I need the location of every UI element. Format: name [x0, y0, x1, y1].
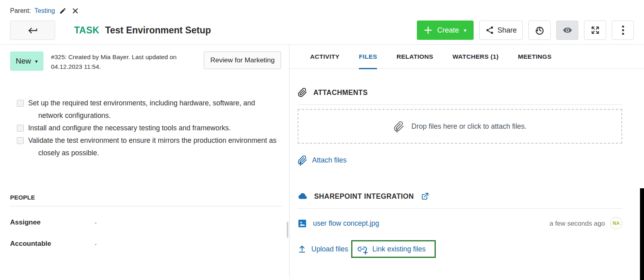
attachments-title: ATTACHMENTS	[313, 89, 368, 97]
more-menu-button[interactable]	[612, 21, 634, 40]
paperclip-icon	[298, 88, 307, 97]
eye-icon	[562, 25, 573, 35]
checklist-item: Validate the test environment to ensure …	[17, 134, 279, 159]
share-button-label: Share	[497, 26, 517, 35]
link-existing-files-highlight: Link existing files	[351, 240, 435, 258]
paperclip-plus-icon	[393, 121, 404, 132]
file-link[interactable]: user flow concept.jpg	[298, 219, 379, 228]
people-section-title: PEOPLE	[10, 194, 283, 201]
sharepoint-file-row: user flow concept.jpg a few seconds ago …	[298, 217, 622, 229]
chevron-down-icon: ▾	[35, 59, 38, 64]
fullscreen-button[interactable]	[584, 21, 606, 40]
status-info-text: #325: Created by Mia Bayer. Last updated…	[51, 51, 190, 72]
checklist-item: Set up the required test environments, i…	[17, 97, 279, 122]
upload-files-link[interactable]: Upload files	[298, 244, 348, 254]
sharepoint-header: SHAREPOINT INTEGRATION	[298, 191, 622, 202]
workflow-transition-button[interactable]: Review for Marketing	[204, 51, 281, 69]
people-section: PEOPLE Assignee - Accountable -	[10, 194, 283, 248]
link-plus-icon	[357, 245, 367, 253]
file-timestamp: a few seconds ago	[549, 220, 605, 227]
share-button[interactable]: Share	[479, 21, 523, 40]
description-checklist: Set up the required test environments, i…	[17, 97, 279, 159]
header-actions: Create ▾ Share	[417, 21, 634, 40]
accountable-row: Accountable -	[10, 240, 283, 248]
create-button[interactable]: Create ▾	[417, 21, 474, 40]
cloud-icon	[298, 191, 308, 202]
plus-icon	[424, 26, 432, 34]
scrollbar-thumb[interactable]	[287, 222, 288, 238]
assignee-value[interactable]: -	[95, 219, 97, 226]
work-package-header: TASK Test Environment Setup Create ▾ Sha…	[0, 15, 644, 40]
tab-files[interactable]: FILES	[359, 53, 377, 68]
work-package-view: Parent: Testing TASK Test Environment Se…	[0, 0, 644, 280]
parent-label: Parent:	[10, 7, 31, 14]
parent-bar: Parent: Testing	[0, 0, 644, 15]
checkbox-unchecked[interactable]	[17, 125, 24, 132]
attach-files-link[interactable]: Attach files	[298, 155, 347, 165]
files-tab-body: ATTACHMENTS Drop files here or click to …	[290, 88, 644, 258]
work-package-type[interactable]: TASK	[74, 25, 99, 36]
close-icon[interactable]	[71, 6, 80, 15]
tab-watchers[interactable]: WATCHERS (1)	[453, 53, 499, 68]
upload-icon	[298, 244, 306, 254]
file-dropzone[interactable]: Drop files here or click to attach files…	[298, 109, 622, 144]
files-panel: ACTIVITY FILES RELATIONS WATCHERS (1) ME…	[290, 45, 644, 277]
attach-files-label: Attach files	[312, 156, 347, 165]
checkbox-unchecked[interactable]	[17, 137, 24, 144]
checklist-item-label: Install and configure the necessary test…	[28, 122, 231, 134]
status-dropdown[interactable]: New ▾	[10, 51, 43, 71]
dropzone-text: Drop files here or click to attach files…	[412, 122, 527, 131]
assignee-label: Assignee	[10, 218, 95, 226]
edit-pencil-icon[interactable]	[58, 6, 67, 15]
status-row: New ▾ #325: Created by Mia Bayer. Last u…	[10, 51, 281, 72]
parent-link[interactable]: Testing	[35, 7, 55, 14]
file-name: user flow concept.jpg	[313, 219, 379, 228]
content-split: New ▾ #325: Created by Mia Bayer. Last u…	[0, 45, 644, 277]
status-value: New	[16, 57, 31, 66]
title-wrap: TASK Test Environment Setup	[74, 25, 211, 36]
checklist-item: Install and configure the necessary test…	[17, 122, 279, 134]
assignee-row: Assignee -	[10, 218, 283, 226]
checklist-item-label: Set up the required test environments, i…	[28, 97, 279, 122]
file-meta: a few seconds ago NA	[549, 217, 622, 229]
history-clock-icon	[534, 25, 545, 35]
details-panel: New ▾ #325: Created by Mia Bayer. Last u…	[0, 45, 290, 277]
avatar[interactable]: NA	[610, 217, 622, 229]
tab-meetings[interactable]: MEETINGS	[518, 53, 551, 68]
tab-activity[interactable]: ACTIVITY	[310, 53, 340, 68]
share-nodes-icon	[485, 26, 494, 35]
external-link-icon[interactable]	[421, 192, 429, 200]
sharepoint-divider	[298, 208, 622, 209]
kebab-menu-icon	[621, 25, 625, 35]
link-existing-files-label: Link existing files	[372, 245, 425, 253]
tab-relations[interactable]: RELATIONS	[396, 53, 433, 68]
paperclip-plus-icon	[298, 155, 307, 165]
create-button-label: Create	[437, 26, 459, 35]
accountable-label: Accountable	[10, 240, 95, 248]
accountable-value[interactable]: -	[95, 241, 97, 247]
link-existing-files-link[interactable]: Link existing files	[357, 245, 425, 253]
screen-artifact-bar	[640, 188, 644, 280]
back-arrow-icon	[27, 26, 38, 34]
attachments-divider	[298, 104, 622, 105]
checkbox-unchecked[interactable]	[17, 100, 24, 107]
attachments-header: ATTACHMENTS	[298, 88, 622, 97]
checklist-item-label: Validate the test environment to ensure …	[28, 134, 279, 159]
chevron-down-icon: ▾	[464, 28, 466, 33]
sharepoint-title: SHAREPOINT INTEGRATION	[314, 192, 414, 201]
detail-tabs: ACTIVITY FILES RELATIONS WATCHERS (1) ME…	[290, 53, 644, 69]
people-divider	[10, 206, 283, 206]
expand-arrows-icon	[590, 25, 600, 35]
image-file-icon	[298, 219, 307, 228]
back-button[interactable]	[10, 21, 55, 40]
watch-button[interactable]	[556, 21, 578, 40]
storage-actions-row: Upload files Link existing files	[298, 240, 622, 258]
page-title[interactable]: Test Environment Setup	[105, 25, 211, 36]
upload-files-label: Upload files	[311, 245, 348, 253]
history-button[interactable]	[528, 21, 551, 40]
